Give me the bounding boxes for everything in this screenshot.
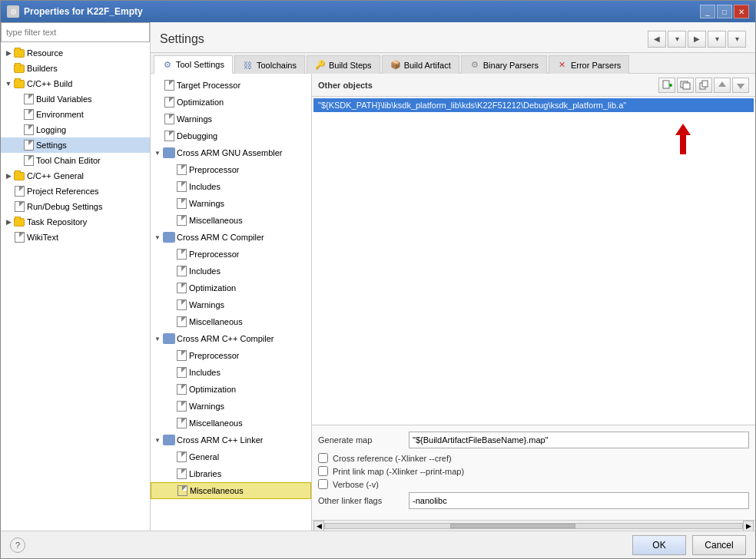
- move-up-button[interactable]: [714, 78, 731, 93]
- tool-label: Miscellaneous: [190, 486, 244, 495]
- expand-icon: ▶: [4, 217, 13, 227]
- move-down-button[interactable]: [732, 78, 749, 93]
- tool-item-cpp-preprocessor[interactable]: ▶ Preprocessor: [151, 347, 311, 364]
- red-arrow-indicator: [672, 120, 694, 157]
- tab-label-build-steps: Build Steps: [329, 61, 372, 70]
- tab-error-parsers[interactable]: ✕ Error Parsers: [549, 55, 629, 74]
- sidebar-item-settings[interactable]: ▶ Settings: [1, 137, 150, 153]
- svg-marker-8: [737, 84, 744, 89]
- sidebar-item-cc-build[interactable]: ▼ C/C++ Build: [1, 76, 150, 91]
- tool-item-cc-warnings[interactable]: ▶ Warnings: [151, 296, 311, 313]
- tab-toolchains[interactable]: ⛓ Toolchains: [234, 55, 305, 74]
- sidebar-item-builders[interactable]: ▶ Builders: [1, 61, 150, 76]
- tool-label: Miscellaneous: [189, 216, 243, 225]
- tool-item-cpp-includes[interactable]: ▶ Includes: [151, 364, 311, 381]
- tool-item-cpp-linker[interactable]: ▼ Cross ARM C++ Linker: [151, 432, 311, 448]
- close-button[interactable]: ✕: [734, 5, 749, 18]
- filter-input[interactable]: [1, 22, 150, 42]
- tool-item-cc-includes[interactable]: ▶ Includes: [151, 263, 311, 280]
- back-button[interactable]: ◀: [648, 31, 666, 48]
- add-workspace-button[interactable]: [677, 78, 694, 93]
- page-icon-sm: [175, 401, 187, 412]
- help-button[interactable]: ?: [10, 538, 25, 553]
- tool-item-cpp-miscellaneous[interactable]: ▶ Miscellaneous: [151, 415, 311, 432]
- cancel-button[interactable]: Cancel: [692, 535, 746, 555]
- scroll-thumb[interactable]: [450, 524, 575, 528]
- tool-item-optimization[interactable]: ▶ Optimization: [151, 94, 311, 111]
- ok-button[interactable]: OK: [632, 535, 686, 555]
- minimize-button[interactable]: _: [700, 5, 715, 18]
- error-parsers-icon: ✕: [557, 60, 568, 71]
- sidebar-item-environment[interactable]: ▶ Environment: [1, 107, 150, 122]
- bottom-bar: ? OK Cancel: [1, 531, 755, 558]
- folder-icon: [13, 63, 25, 74]
- tool-tree-scrollbar[interactable]: ◀ ▶: [312, 520, 755, 531]
- sidebar-label-builders: Builders: [27, 64, 58, 73]
- dialog-buttons: OK Cancel: [632, 535, 746, 555]
- other-flags-input[interactable]: [409, 492, 749, 509]
- tool-item-target-processor[interactable]: ▶ Target Processor: [151, 77, 311, 94]
- cross-reference-checkbox[interactable]: [318, 453, 328, 463]
- tool-item-debugging[interactable]: ▶ Debugging: [151, 127, 311, 144]
- copy-button[interactable]: [695, 78, 712, 93]
- tool-label: Includes: [189, 266, 220, 276]
- tool-item-cc-preprocessor[interactable]: ▶ Preprocessor: [151, 246, 311, 263]
- verbose-checkbox[interactable]: [318, 479, 328, 489]
- tool-item-cc-miscellaneous[interactable]: ▶ Miscellaneous: [151, 313, 311, 330]
- tool-item-linker-general[interactable]: ▶ General: [151, 448, 311, 465]
- tab-binary-parsers[interactable]: ⚙ Binary Parsers: [461, 55, 547, 74]
- tool-label: Cross ARM GNU Assembler: [177, 148, 283, 157]
- page-icon-sm: [175, 181, 187, 192]
- generate-map-input[interactable]: [409, 432, 749, 448]
- tool-item-asm-miscellaneous[interactable]: ▶ Miscellaneous: [151, 212, 311, 229]
- sidebar-item-project-references[interactable]: ▶ Project References: [1, 184, 150, 199]
- tool-item-cpp-compiler[interactable]: ▼ Cross ARM C++ Compiler: [151, 330, 311, 347]
- sidebar-item-task-repository[interactable]: ▶ Task Repository: [1, 214, 150, 230]
- tab-build-steps[interactable]: 🔑 Build Steps: [307, 55, 380, 74]
- objects-item[interactable]: "${KSDK_PATH}\lib\ksdk_platform_lib\kds\…: [313, 98, 754, 112]
- tool-item-warnings[interactable]: ▶ Warnings: [151, 111, 311, 127]
- print-link-map-checkbox[interactable]: [318, 466, 328, 476]
- menu-button[interactable]: ▾: [728, 31, 746, 48]
- scroll-left-button[interactable]: ◀: [313, 521, 324, 531]
- tool-item-asm[interactable]: ▼ Cross ARM GNU Assembler: [151, 144, 311, 161]
- tab-build-artifact[interactable]: 📦 Build Artifact: [382, 55, 459, 74]
- scroll-track[interactable]: [324, 523, 743, 529]
- tab-tool-settings[interactable]: ⚙ Tool Settings: [154, 55, 233, 74]
- page-icon-sm: [175, 283, 187, 293]
- sidebar-item-cc-general[interactable]: ▶ C/C++ General: [1, 168, 150, 184]
- page-icon-sm: [163, 97, 175, 108]
- forward-button[interactable]: ▶: [688, 31, 706, 48]
- sidebar-item-wikitext[interactable]: ▶ WikiText: [1, 230, 150, 245]
- scroll-right-button[interactable]: ▶: [743, 521, 754, 531]
- tool-item-cc-optimization[interactable]: ▶ Optimization: [151, 280, 311, 296]
- folder-icon: [13, 78, 25, 89]
- sidebar-item-run-debug[interactable]: ▶ Run/Debug Settings: [1, 199, 150, 214]
- forward-dropdown-button[interactable]: ▾: [708, 31, 726, 48]
- tool-item-cpp-warnings[interactable]: ▶ Warnings: [151, 398, 311, 415]
- sidebar-item-resource[interactable]: ▶ Resource: [1, 45, 150, 61]
- tool-item-linker-libraries[interactable]: ▶ Libraries: [151, 465, 311, 482]
- cross-reference-row: Cross reference (-Xlinker --cref): [318, 453, 749, 463]
- tool-item-asm-includes[interactable]: ▶ Includes: [151, 178, 311, 195]
- objects-list[interactable]: "${KSDK_PATH}\lib\ksdk_platform_lib\kds\…: [312, 97, 755, 425]
- chain-icon: [163, 232, 175, 243]
- tool-item-asm-warnings[interactable]: ▶ Warnings: [151, 195, 311, 212]
- tool-item-c-compiler[interactable]: ▼ Cross ARM C Compiler: [151, 229, 311, 246]
- expand-icon: ▼: [154, 335, 161, 342]
- sidebar-item-tool-chain-editor[interactable]: ▶ Tool Chain Editor: [1, 153, 150, 168]
- tool-label: General: [189, 452, 219, 461]
- page-icon: [22, 109, 35, 120]
- sidebar-label-project-references: Project References: [27, 187, 99, 196]
- maximize-button[interactable]: □: [717, 5, 732, 18]
- add-file-button[interactable]: [658, 78, 675, 93]
- page-icon-sm: [175, 418, 187, 428]
- tool-item-asm-preprocessor[interactable]: ▶ Preprocessor: [151, 161, 311, 178]
- sidebar-item-logging[interactable]: ▶ Logging: [1, 122, 150, 137]
- sidebar-label-environment: Environment: [36, 110, 84, 119]
- tool-item-cpp-optimization[interactable]: ▶ Optimization: [151, 381, 311, 398]
- sidebar-item-build-variables[interactable]: ▶ Build Variables: [1, 91, 150, 107]
- tool-item-linker-miscellaneous[interactable]: ▶ Miscellaneous: [151, 482, 311, 499]
- back-dropdown-button[interactable]: ▾: [668, 31, 686, 48]
- chain-icon: [163, 147, 175, 158]
